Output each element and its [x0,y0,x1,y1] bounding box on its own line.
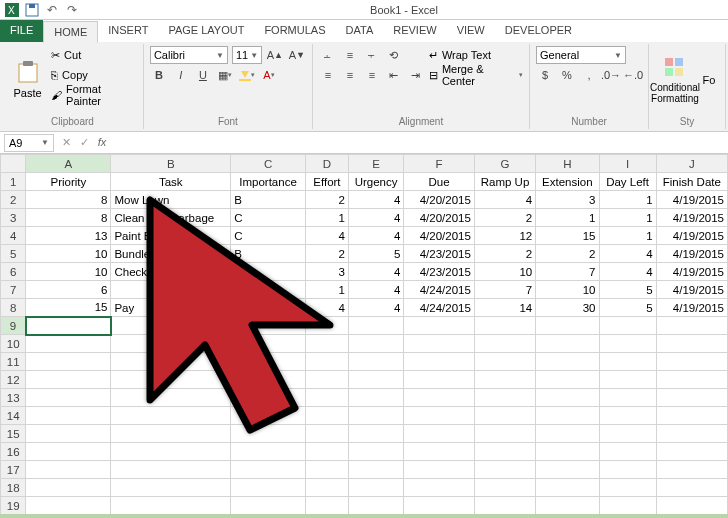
cell-header[interactable]: Finish Date [656,173,727,191]
cell[interactable] [474,479,535,497]
cell[interactable] [404,317,475,335]
cell[interactable] [599,443,656,461]
cell[interactable] [536,497,599,515]
cell[interactable]: 15 [536,227,599,245]
cell[interactable] [656,479,727,497]
tab-view[interactable]: VIEW [447,20,495,42]
cell[interactable] [536,353,599,371]
cell[interactable] [656,353,727,371]
italic-button[interactable]: I [172,66,190,84]
cell[interactable] [111,407,231,425]
cell[interactable] [231,443,306,461]
cell[interactable]: Paint Bedrooms [111,227,231,245]
cell[interactable] [404,353,475,371]
cell[interactable]: 5 [599,281,656,299]
tab-formulas[interactable]: FORMULAS [254,20,335,42]
border-button[interactable]: ▦▾ [216,66,234,84]
cell[interactable] [111,335,231,353]
cell[interactable]: 2 [474,245,535,263]
cell[interactable] [231,425,306,443]
cell[interactable]: 15 [26,299,111,317]
font-size-select[interactable]: 11▼ [232,46,262,64]
orientation-button[interactable]: ⟲ [385,46,403,64]
cell[interactable] [26,353,111,371]
merge-center-button[interactable]: ⊟Merge & Center▾ [429,66,523,84]
cell[interactable]: 12 [474,227,535,245]
cell[interactable]: 4/20/2015 [404,209,475,227]
cell[interactable] [536,443,599,461]
cell[interactable] [404,425,475,443]
col-header-J[interactable]: J [656,155,727,173]
cell[interactable]: 4/20/2015 [404,227,475,245]
tab-review[interactable]: REVIEW [383,20,446,42]
col-header-D[interactable]: D [305,155,348,173]
row-header-11[interactable]: 11 [1,353,26,371]
cell[interactable] [231,299,306,317]
cell[interactable] [404,443,475,461]
conditional-formatting-button[interactable]: Conditional Formatting [655,46,695,114]
cell[interactable]: 4 [599,263,656,281]
paste-button[interactable]: Paste [8,46,47,114]
cell[interactable]: 4/19/2015 [656,299,727,317]
comma-button[interactable]: , [580,66,598,84]
row-header-16[interactable]: 16 [1,443,26,461]
cell[interactable] [348,335,403,353]
row-header-6[interactable]: 6 [1,263,26,281]
cell[interactable] [111,317,231,335]
cell[interactable] [599,353,656,371]
cell[interactable] [305,353,348,371]
cell[interactable] [231,353,306,371]
cell[interactable] [26,317,111,335]
row-header-18[interactable]: 18 [1,479,26,497]
cell[interactable] [305,371,348,389]
cell[interactable]: 4/19/2015 [656,227,727,245]
cell[interactable] [599,479,656,497]
col-header-A[interactable]: A [26,155,111,173]
cell[interactable] [305,479,348,497]
cell[interactable]: 30 [536,299,599,317]
row-header-7[interactable]: 7 [1,281,26,299]
row-header-17[interactable]: 17 [1,461,26,479]
font-color-button[interactable]: A▾ [260,66,278,84]
cell[interactable]: C [231,227,306,245]
cell[interactable] [111,353,231,371]
fill-color-button[interactable]: ▾ [238,66,256,84]
cell[interactable]: 4/19/2015 [656,209,727,227]
cell[interactable] [231,371,306,389]
cell[interactable]: 4 [348,281,403,299]
cell[interactable]: 13 [26,227,111,245]
increase-decimal-button[interactable]: .0→ [602,66,620,84]
cell[interactable]: Check Smoke Alarms [111,263,231,281]
cell[interactable] [404,461,475,479]
enter-formula-icon[interactable]: ✓ [76,136,92,149]
cell[interactable]: 4 [348,191,403,209]
row-header-5[interactable]: 5 [1,245,26,263]
cell[interactable] [348,497,403,515]
font-name-select[interactable]: Calibri▼ [150,46,228,64]
cell-header[interactable]: Ramp Up [474,173,535,191]
row-header-1[interactable]: 1 [1,173,26,191]
align-left-button[interactable]: ≡ [319,66,337,84]
cell[interactable] [111,479,231,497]
align-top-button[interactable]: ⫠ [319,46,337,64]
cell[interactable]: 2 [536,245,599,263]
cell[interactable] [404,497,475,515]
cell-header[interactable]: Priority [26,173,111,191]
tab-insert[interactable]: INSERT [98,20,158,42]
cell[interactable] [656,389,727,407]
cell[interactable]: 4 [305,299,348,317]
cell[interactable] [231,389,306,407]
cell[interactable]: 2 [305,191,348,209]
cell-header[interactable]: Due [404,173,475,191]
cell[interactable] [111,281,231,299]
row-header-15[interactable]: 15 [1,425,26,443]
col-header-I[interactable]: I [599,155,656,173]
cell[interactable]: 4/24/2015 [404,299,475,317]
cell[interactable]: 4 [348,263,403,281]
cell[interactable]: 5 [599,299,656,317]
cell[interactable]: 4/19/2015 [656,191,727,209]
cell[interactable] [26,335,111,353]
cell[interactable] [348,371,403,389]
cell[interactable] [111,425,231,443]
cell[interactable]: 1 [599,227,656,245]
